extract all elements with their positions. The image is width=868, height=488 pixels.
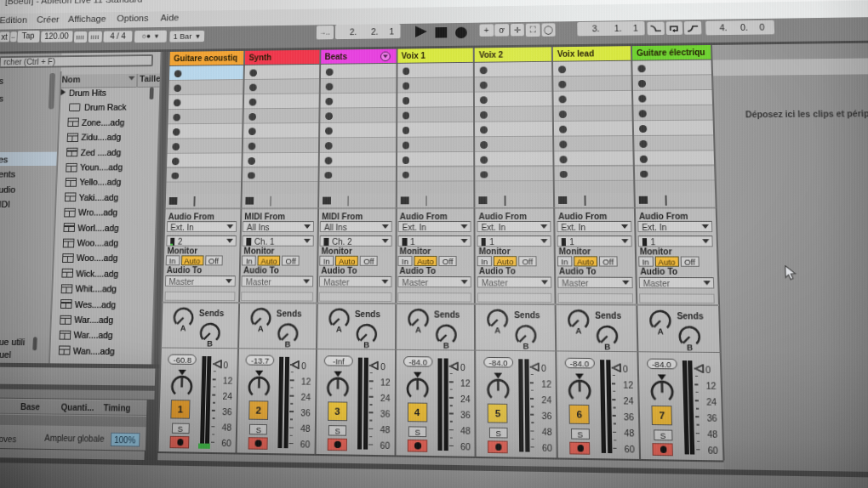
svg-text:B: B [284,339,290,349]
svg-text:A: A [495,326,502,335]
svg-text:B: B [523,341,529,350]
svg-text:A: A [180,323,187,332]
svg-text:A: A [336,324,343,333]
svg-text:A: A [258,324,265,333]
svg-text:B: B [604,342,610,351]
svg-text:A: A [658,326,665,336]
svg-text:B: B [207,339,213,349]
svg-text:B: B [687,343,693,352]
svg-text:B: B [363,340,369,349]
svg-text:A: A [415,325,422,334]
svg-text:B: B [443,341,448,350]
svg-text:A: A [576,326,583,335]
